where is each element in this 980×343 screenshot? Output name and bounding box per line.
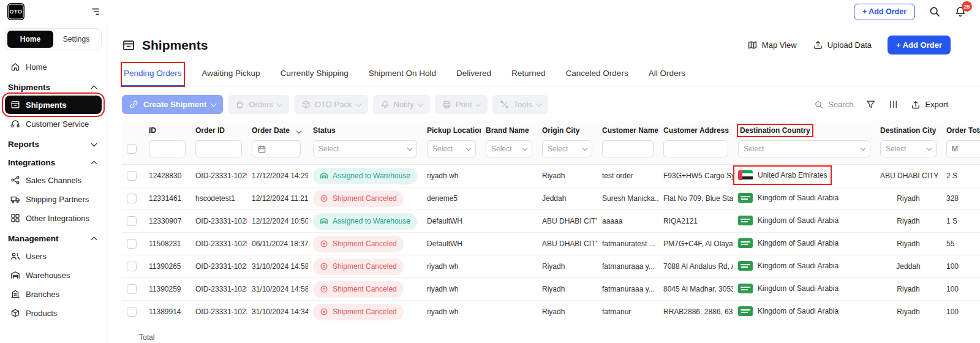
columns-icon[interactable] [888, 99, 899, 110]
tools-button[interactable]: Tools [492, 95, 548, 114]
filter-id-input[interactable] [149, 140, 186, 157]
tab-all-orders[interactable]: All Orders [647, 63, 687, 86]
row-checkbox[interactable] [127, 262, 137, 271]
cell-customer-name: Suresh Manicka... [597, 187, 658, 210]
cell-order-total: 100 [941, 278, 980, 301]
cell-origin-city: Jeddah [537, 187, 597, 210]
sidebar-section-reports[interactable]: Reports [5, 134, 102, 152]
cell-order-total: 1 S [941, 210, 980, 233]
filter-order-date-date[interactable] [252, 140, 301, 157]
cell-brand-name [481, 301, 537, 323]
notifications-bell-icon[interactable]: 25 [954, 6, 967, 18]
tab-pending-orders[interactable]: Pending Orders [122, 63, 184, 86]
sidebar-item-shipping-partners[interactable]: Shipping Partners [5, 190, 102, 208]
cell-customer-name: test order [597, 165, 658, 187]
tab-delivered[interactable]: Delivered [454, 63, 493, 86]
sidebar-section-integrations[interactable]: Integrations [5, 152, 102, 170]
row-checkbox[interactable] [127, 307, 137, 317]
home-settings-toggle: Home Settings [5, 28, 102, 50]
toggle-home[interactable]: Home [7, 31, 53, 48]
print-button[interactable]: Print [435, 95, 488, 114]
filter-status-select[interactable]: Select [313, 140, 417, 157]
table-row[interactable]: 12331461hscodetest112/12/2024 11:21Shipm… [122, 187, 980, 210]
row-checkbox[interactable] [127, 239, 137, 249]
table-row[interactable]: 12428830OID-23331-102917/12/2024 14:29As… [122, 165, 980, 187]
chevron-down-icon [927, 145, 932, 150]
cell-order-date: 06/11/2024 18:37 [247, 233, 308, 255]
create-shipment-button[interactable]: Create Shipment [122, 95, 223, 114]
tab-currently-shipping[interactable]: Currently Shipping [279, 63, 350, 86]
sidebar-item-branches[interactable]: Branches [5, 285, 102, 303]
oto-pack-button[interactable]: OTO Pack [294, 95, 368, 114]
table-header-row: IDOrder IDOrder DateStatusPickup Locatio… [122, 121, 980, 138]
sidebar-section-management[interactable]: Management [5, 228, 102, 246]
page-title: Shipments [142, 38, 208, 53]
sidebar-item-users[interactable]: Users [5, 247, 102, 265]
table-row[interactable]: 11390259OID-23331-102331/10/2024 14:58Sh… [122, 278, 980, 301]
table-row[interactable]: 11390265OID-23331-1023-C31/10/2024 14:58… [122, 255, 980, 278]
sidebar-item-shipments[interactable]: Shipments [5, 96, 102, 114]
tab-returned[interactable]: Returned [510, 63, 548, 86]
column-header-pickup-location: Pickup Location [427, 126, 481, 135]
table-body: 12428830OID-23331-102917/12/2024 14:29As… [122, 165, 980, 323]
headset-icon [10, 119, 20, 129]
filter-origin-city-select[interactable]: Select [542, 140, 592, 157]
add-order-button[interactable]: + Add Order [888, 36, 951, 55]
tab-canceled-orders[interactable]: Canceled Orders [564, 63, 630, 86]
topbar-add-order-button[interactable]: + Add Order [854, 4, 915, 20]
cell-customer-address: Flat No 709, Blue Star... [658, 187, 733, 210]
sidebar-item-customer-service[interactable]: Customer Service [5, 115, 102, 133]
map-view-button[interactable]: Map View [747, 40, 797, 50]
table-row[interactable]: 11508231OID-23331-102506/11/2024 18:37Sh… [122, 233, 980, 255]
sidebar-item-products[interactable]: Products [5, 304, 102, 322]
table-search[interactable]: Search [814, 100, 853, 110]
cell-origin-city: Riyadh [537, 165, 597, 187]
row-checkbox[interactable] [127, 284, 137, 294]
tab-shipment-on-hold[interactable]: Shipment On Hold [367, 63, 438, 86]
cell-customer-address: 8045 Al Madhar, 3053... [658, 278, 733, 301]
sidebar-section-shipments[interactable]: Shipments [5, 77, 102, 95]
status-badge: Shipment Canceled [313, 281, 404, 298]
filter-pickup-location-select[interactable]: Select [427, 140, 476, 157]
filter-brand-name-select[interactable]: Select [486, 140, 532, 157]
upload-data-button[interactable]: Upload Data [813, 40, 872, 50]
sidebar-item-label: Branches [26, 290, 59, 299]
table-row[interactable]: 12330907OID-23331-102812/12/2024 10:50As… [122, 210, 980, 233]
filter-funnel-icon[interactable] [865, 99, 876, 110]
orders-button[interactable]: Orders [228, 95, 289, 114]
filter-destination-city-select[interactable]: Select [880, 140, 937, 157]
filter-order-id-input[interactable] [195, 140, 242, 157]
status-badge: Assigned to Warehouse [313, 168, 417, 184]
warehouse-icon [320, 172, 328, 180]
sort-chevron-icon[interactable] [296, 129, 301, 134]
destination-country: Kingdom of Saudi Arabia [738, 193, 839, 203]
search-icon[interactable] [929, 6, 941, 18]
cell-customer-name: fatmanuraaa y... [597, 278, 658, 301]
tab-awaiting-pickup[interactable]: Awaiting Pickup [200, 63, 262, 86]
select-all-checkbox[interactable] [127, 144, 137, 154]
cell-order-date: 31/10/2024 14:58 [247, 278, 308, 301]
destination-country: Kingdom of Saudi Arabia [738, 306, 839, 316]
collapse-sidebar-icon[interactable] [89, 6, 102, 18]
canceled-icon [320, 239, 328, 248]
notify-button[interactable]: Notify [373, 95, 430, 114]
cell-pickup-location: riyadh wh [422, 255, 481, 278]
sidebar-item-sales-channels[interactable]: Sales Channels [5, 171, 102, 189]
filter-destination-country-select[interactable]: Select [738, 140, 870, 157]
sidebar: Home Settings HomeShipmentsShipmentsCust… [0, 23, 107, 343]
row-checkbox[interactable] [127, 171, 137, 181]
sidebar-item-other-integrations[interactable]: Other Integrations [5, 209, 102, 227]
table-row[interactable]: 11389914OID-23331-1022-...31/10/2024 14:… [122, 301, 980, 323]
filter-customer-name-input[interactable] [602, 140, 654, 157]
export-button[interactable]: Export [911, 100, 948, 110]
cell-brand-name [481, 187, 537, 210]
filter-customer-address-input[interactable] [663, 140, 728, 157]
cell-destination-city: Riyadh [875, 187, 941, 210]
row-checkbox[interactable] [127, 216, 137, 226]
filter-order-total[interactable]: M [946, 140, 980, 157]
sidebar-item-warehouses[interactable]: Warehouses [5, 266, 102, 284]
canceled-icon [320, 285, 328, 293]
row-checkbox[interactable] [127, 194, 137, 203]
toggle-settings[interactable]: Settings [53, 31, 99, 48]
sidebar-item-home[interactable]: Home [5, 58, 102, 76]
